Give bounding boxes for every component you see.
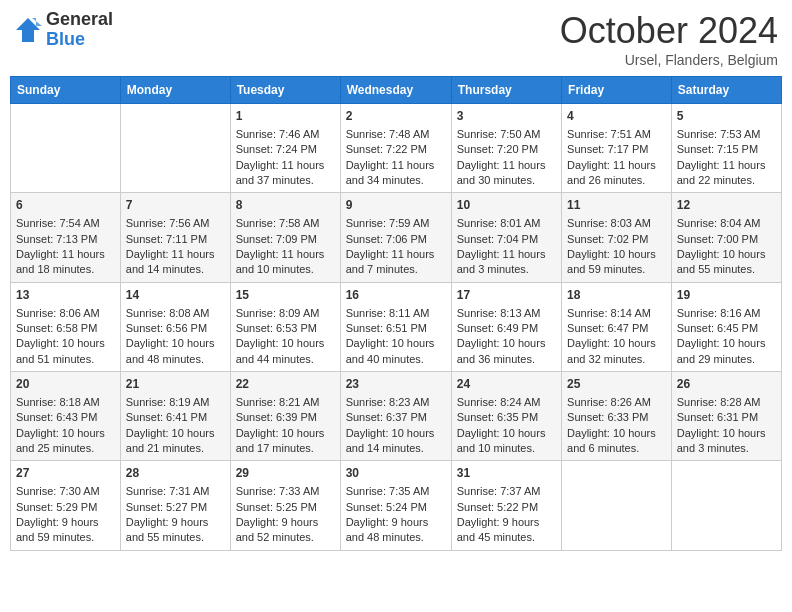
sunrise-text: Sunrise: 7:56 AM (126, 217, 210, 229)
calendar-cell: 16Sunrise: 8:11 AMSunset: 6:51 PMDayligh… (340, 282, 451, 371)
sunrise-text: Sunrise: 8:08 AM (126, 307, 210, 319)
calendar-cell: 7Sunrise: 7:56 AMSunset: 7:11 PMDaylight… (120, 193, 230, 282)
day-number: 28 (126, 465, 225, 482)
daylight-text: Daylight: 11 hours and 10 minutes. (236, 248, 325, 275)
calendar-cell: 11Sunrise: 8:03 AMSunset: 7:02 PMDayligh… (562, 193, 672, 282)
sunrise-text: Sunrise: 7:54 AM (16, 217, 100, 229)
calendar-cell: 15Sunrise: 8:09 AMSunset: 6:53 PMDayligh… (230, 282, 340, 371)
day-number: 11 (567, 197, 666, 214)
sunset-text: Sunset: 5:22 PM (457, 501, 538, 513)
sunrise-text: Sunrise: 7:53 AM (677, 128, 761, 140)
sunrise-text: Sunrise: 8:16 AM (677, 307, 761, 319)
daylight-text: Daylight: 10 hours and 14 minutes. (346, 427, 435, 454)
day-number: 9 (346, 197, 446, 214)
calendar-week-row: 13Sunrise: 8:06 AMSunset: 6:58 PMDayligh… (11, 282, 782, 371)
calendar-cell: 26Sunrise: 8:28 AMSunset: 6:31 PMDayligh… (671, 372, 781, 461)
sunrise-text: Sunrise: 8:19 AM (126, 396, 210, 408)
sunrise-text: Sunrise: 8:06 AM (16, 307, 100, 319)
calendar-cell (11, 104, 121, 193)
calendar-week-row: 20Sunrise: 8:18 AMSunset: 6:43 PMDayligh… (11, 372, 782, 461)
logo-general-text: General (46, 10, 113, 30)
calendar-cell: 17Sunrise: 8:13 AMSunset: 6:49 PMDayligh… (451, 282, 561, 371)
weekday-header: Saturday (671, 77, 781, 104)
day-number: 4 (567, 108, 666, 125)
sunrise-text: Sunrise: 7:50 AM (457, 128, 541, 140)
calendar-cell (120, 104, 230, 193)
day-number: 19 (677, 287, 776, 304)
calendar-week-row: 6Sunrise: 7:54 AMSunset: 7:13 PMDaylight… (11, 193, 782, 282)
day-number: 22 (236, 376, 335, 393)
day-number: 5 (677, 108, 776, 125)
sunrise-text: Sunrise: 8:09 AM (236, 307, 320, 319)
sunset-text: Sunset: 7:13 PM (16, 233, 97, 245)
calendar-cell: 27Sunrise: 7:30 AMSunset: 5:29 PMDayligh… (11, 461, 121, 550)
weekday-header: Wednesday (340, 77, 451, 104)
day-number: 17 (457, 287, 556, 304)
sunrise-text: Sunrise: 8:28 AM (677, 396, 761, 408)
day-number: 16 (346, 287, 446, 304)
day-number: 18 (567, 287, 666, 304)
daylight-text: Daylight: 9 hours and 52 minutes. (236, 516, 319, 543)
calendar-cell: 13Sunrise: 8:06 AMSunset: 6:58 PMDayligh… (11, 282, 121, 371)
sunset-text: Sunset: 5:25 PM (236, 501, 317, 513)
calendar-cell: 19Sunrise: 8:16 AMSunset: 6:45 PMDayligh… (671, 282, 781, 371)
day-number: 6 (16, 197, 115, 214)
sunrise-text: Sunrise: 8:21 AM (236, 396, 320, 408)
daylight-text: Daylight: 10 hours and 55 minutes. (677, 248, 766, 275)
sunset-text: Sunset: 7:24 PM (236, 143, 317, 155)
sunrise-text: Sunrise: 7:59 AM (346, 217, 430, 229)
sunrise-text: Sunrise: 7:58 AM (236, 217, 320, 229)
logo: General Blue (14, 10, 113, 50)
sunset-text: Sunset: 6:53 PM (236, 322, 317, 334)
sunrise-text: Sunrise: 8:04 AM (677, 217, 761, 229)
day-number: 7 (126, 197, 225, 214)
day-number: 21 (126, 376, 225, 393)
sunset-text: Sunset: 6:35 PM (457, 411, 538, 423)
day-number: 31 (457, 465, 556, 482)
sunrise-text: Sunrise: 8:11 AM (346, 307, 430, 319)
daylight-text: Daylight: 9 hours and 59 minutes. (16, 516, 99, 543)
calendar-header: SundayMondayTuesdayWednesdayThursdayFrid… (11, 77, 782, 104)
sunrise-text: Sunrise: 8:23 AM (346, 396, 430, 408)
sunrise-text: Sunrise: 8:18 AM (16, 396, 100, 408)
sunset-text: Sunset: 6:33 PM (567, 411, 648, 423)
sunset-text: Sunset: 6:49 PM (457, 322, 538, 334)
day-number: 8 (236, 197, 335, 214)
calendar-cell: 20Sunrise: 8:18 AMSunset: 6:43 PMDayligh… (11, 372, 121, 461)
daylight-text: Daylight: 10 hours and 3 minutes. (677, 427, 766, 454)
day-number: 30 (346, 465, 446, 482)
weekday-header: Tuesday (230, 77, 340, 104)
sunset-text: Sunset: 7:11 PM (126, 233, 207, 245)
day-number: 23 (346, 376, 446, 393)
calendar-cell: 30Sunrise: 7:35 AMSunset: 5:24 PMDayligh… (340, 461, 451, 550)
sunset-text: Sunset: 6:43 PM (16, 411, 97, 423)
day-number: 2 (346, 108, 446, 125)
day-number: 25 (567, 376, 666, 393)
calendar-cell: 28Sunrise: 7:31 AMSunset: 5:27 PMDayligh… (120, 461, 230, 550)
daylight-text: Daylight: 10 hours and 10 minutes. (457, 427, 546, 454)
sunrise-text: Sunrise: 8:14 AM (567, 307, 651, 319)
sunset-text: Sunset: 6:37 PM (346, 411, 427, 423)
daylight-text: Daylight: 11 hours and 37 minutes. (236, 159, 325, 186)
day-number: 14 (126, 287, 225, 304)
daylight-text: Daylight: 10 hours and 17 minutes. (236, 427, 325, 454)
weekday-header: Monday (120, 77, 230, 104)
day-number: 29 (236, 465, 335, 482)
sunset-text: Sunset: 7:09 PM (236, 233, 317, 245)
calendar-cell: 8Sunrise: 7:58 AMSunset: 7:09 PMDaylight… (230, 193, 340, 282)
logo-icon (14, 16, 42, 44)
sunset-text: Sunset: 5:27 PM (126, 501, 207, 513)
calendar-table: SundayMondayTuesdayWednesdayThursdayFrid… (10, 76, 782, 551)
sunrise-text: Sunrise: 8:03 AM (567, 217, 651, 229)
daylight-text: Daylight: 10 hours and 21 minutes. (126, 427, 215, 454)
calendar-cell: 2Sunrise: 7:48 AMSunset: 7:22 PMDaylight… (340, 104, 451, 193)
calendar-cell: 3Sunrise: 7:50 AMSunset: 7:20 PMDaylight… (451, 104, 561, 193)
calendar-cell (562, 461, 672, 550)
daylight-text: Daylight: 10 hours and 29 minutes. (677, 337, 766, 364)
sunrise-text: Sunrise: 7:51 AM (567, 128, 651, 140)
sunset-text: Sunset: 6:56 PM (126, 322, 207, 334)
day-number: 24 (457, 376, 556, 393)
weekday-header: Thursday (451, 77, 561, 104)
day-number: 10 (457, 197, 556, 214)
daylight-text: Daylight: 10 hours and 48 minutes. (126, 337, 215, 364)
